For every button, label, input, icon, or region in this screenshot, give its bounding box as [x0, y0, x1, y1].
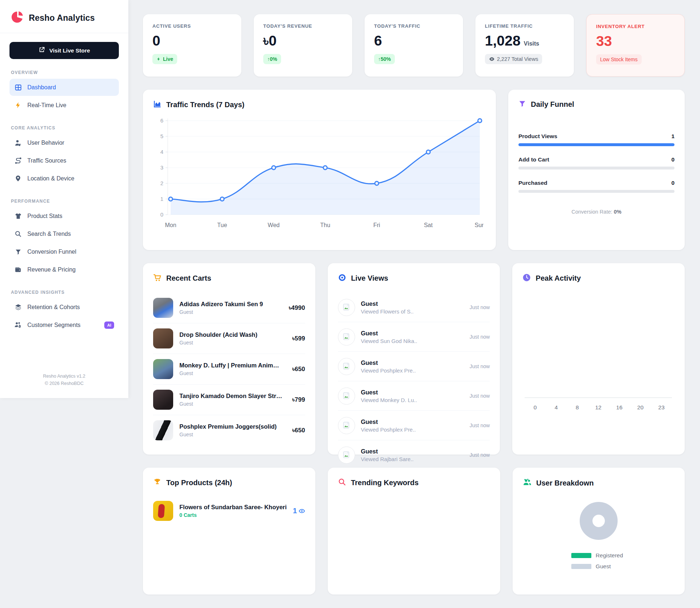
funnel-bar [518, 143, 674, 146]
stat-label: ACTIVE USERS [152, 23, 232, 29]
svg-text:23: 23 [658, 404, 665, 410]
live-views-card: Live Views Guest Viewed Flowers of S.. J… [328, 263, 500, 455]
svg-text:6: 6 [160, 117, 163, 124]
cart-item: Drop Shoulder (Acid Wash) Guest ৳599 [153, 323, 305, 354]
sidebar-item-dashboard[interactable]: Dashboard [9, 79, 119, 96]
product-thumbnail [153, 328, 173, 348]
product-thumbnail [153, 298, 173, 318]
funnel-icon [518, 100, 526, 109]
image-placeholder-icon [338, 447, 355, 464]
live-view-item: Guest Viewed Rajbari Sare.. Just now [338, 440, 490, 469]
peak-activity-chart: 04812162023 [522, 288, 674, 420]
dashboard-grid-icon [14, 83, 22, 91]
tshirt-icon [14, 212, 22, 220]
cart-item: Poshplex Premium Joggers(solid) Guest ৳6… [153, 415, 305, 445]
stat-value: 6 [374, 34, 454, 48]
stat-value: 0 [152, 34, 232, 48]
svg-text:Fri: Fri [373, 222, 380, 228]
live-view-item: Guest Viewed Flowers of S.. Just now [338, 293, 490, 322]
svg-text:3: 3 [160, 164, 163, 171]
legend-item-registered: Registered [571, 552, 626, 559]
svg-text:5: 5 [160, 133, 163, 139]
app-logo-icon [10, 10, 24, 26]
user-breakdown-chart [523, 502, 674, 540]
users-icon [523, 478, 532, 488]
svg-text:16: 16 [616, 404, 622, 410]
stat-value: ৳0 [263, 34, 343, 48]
cart-price: ৳650 [292, 366, 305, 373]
search-icon [14, 230, 22, 238]
image-placeholder-icon [338, 328, 355, 346]
app-copyright: © 2026 ReshoBDC [9, 380, 119, 387]
section-heading-advanced-insights: ADVANCED INSIGHTS [11, 290, 117, 295]
trending-keywords-card: Trending Keywords [328, 468, 500, 595]
sidebar: Resho Analytics Visit Live Store OVERVIE… [0, 0, 128, 398]
user-tag-icon [14, 139, 22, 147]
product-thumbnail [153, 359, 173, 379]
main-content: ACTIVE USERS 0 Live TODAY'S REVENUE ৳0 ↑… [143, 14, 685, 608]
low-stock-badge: Low Stock Items [596, 54, 642, 65]
eye-icon [338, 273, 346, 283]
live-view-item: Guest Viewed Monkey D. Lu.. Just now [338, 381, 490, 411]
card-title: User Breakdown [536, 479, 594, 487]
recent-carts-list: Adidas Adizero Takumi Sen 9 Guest ৳4990 … [153, 293, 305, 445]
chart-legend: Registered Guest [523, 552, 674, 570]
conversion-rate: Conversion Rate: 0% [518, 209, 674, 215]
sidebar-item-user-behavior[interactable]: User Behavior [9, 134, 119, 151]
sidebar-item-location-device[interactable]: Location & Device [9, 170, 119, 187]
sidebar-item-customer-segments[interactable]: Customer Segments AI [9, 316, 119, 334]
svg-text:4: 4 [555, 404, 558, 410]
recent-carts-card: Recent Carts Adidas Adizero Takumi Sen 9… [143, 263, 315, 455]
sidebar-item-traffic-sources[interactable]: Traffic Sources [9, 152, 119, 169]
stat-label: LIFETIME TRAFFIC [485, 23, 564, 29]
sidebar-item-search-trends[interactable]: Search & Trends [9, 225, 119, 242]
cart-price: ৳599 [292, 335, 305, 342]
donut-ring [580, 502, 618, 540]
sidebar-item-realtime-live[interactable]: Real-Time Live [9, 97, 119, 114]
card-title: Peak Activity [536, 274, 581, 282]
svg-text:12: 12 [595, 404, 602, 410]
sidebar-item-retention-cohorts[interactable]: Retention & Cohorts [9, 299, 119, 316]
svg-text:0: 0 [160, 211, 163, 218]
svg-text:1: 1 [160, 196, 163, 202]
sidebar-item-revenue-pricing[interactable]: Revenue & Pricing [9, 261, 119, 278]
live-views-list: Guest Viewed Flowers of S.. Just now Gue… [338, 293, 490, 469]
ai-badge: AI [104, 321, 114, 329]
app-title: Resho Analytics [29, 13, 95, 23]
sidebar-item-conversion-funnel[interactable]: Conversion Funnel [9, 243, 119, 260]
svg-text:Tue: Tue [217, 222, 227, 228]
cart-icon [153, 273, 162, 283]
timestamp: Just now [470, 393, 490, 399]
svg-text:2: 2 [160, 180, 163, 186]
user-breakdown-card: User Breakdown Registered Guest [513, 468, 685, 595]
cart-item: Tanjiro Kamado Demon Slayer Str… Guest ৳… [153, 385, 305, 415]
svg-text:20: 20 [637, 404, 644, 410]
svg-text:Sat: Sat [424, 222, 433, 228]
insights-row: Top Products (24h) Flowers of Sundarban … [143, 468, 685, 608]
svg-text:Thu: Thu [320, 222, 330, 228]
legend-item-guest: Guest [571, 563, 626, 570]
timestamp: Just now [470, 422, 490, 428]
product-thumbnail [153, 420, 173, 440]
app-version: Resho Analytics v1.2 [9, 373, 119, 380]
sidebar-item-product-stats[interactable]: Product Stats [9, 207, 119, 225]
svg-text:8: 8 [576, 404, 579, 410]
users-gear-icon [14, 321, 22, 329]
card-title: Top Products (24h) [166, 479, 232, 487]
top-products-card: Top Products (24h) Flowers of Sundarban … [143, 468, 315, 595]
trophy-icon [153, 478, 162, 488]
product-thumbnail [153, 390, 173, 410]
visit-live-store-button[interactable]: Visit Live Store [9, 42, 119, 59]
timestamp: Just now [470, 304, 490, 310]
cart-item: Monkey D. Luffy | Premium Anim… Guest ৳6… [153, 354, 305, 385]
charts-row: Traffic Trends (7 Days) 0123456MonTueWed… [143, 90, 685, 250]
section-heading-core-analytics: CORE ANALYTICS [11, 125, 117, 130]
live-view-item: Guest Viewed Poshplex Pre.. Just now [338, 411, 490, 440]
stat-label: TODAY'S TRAFFIC [374, 23, 454, 29]
svg-text:0: 0 [534, 404, 537, 410]
card-title: Daily Funnel [531, 100, 574, 109]
funnel-step-product-views: Product Views 1 [518, 133, 674, 146]
image-placeholder-icon [338, 299, 355, 316]
traffic-trends-chart: 0123456MonTueWedThuFriSatSun [153, 113, 483, 241]
stat-card-active-users: ACTIVE USERS 0 Live [143, 14, 241, 77]
